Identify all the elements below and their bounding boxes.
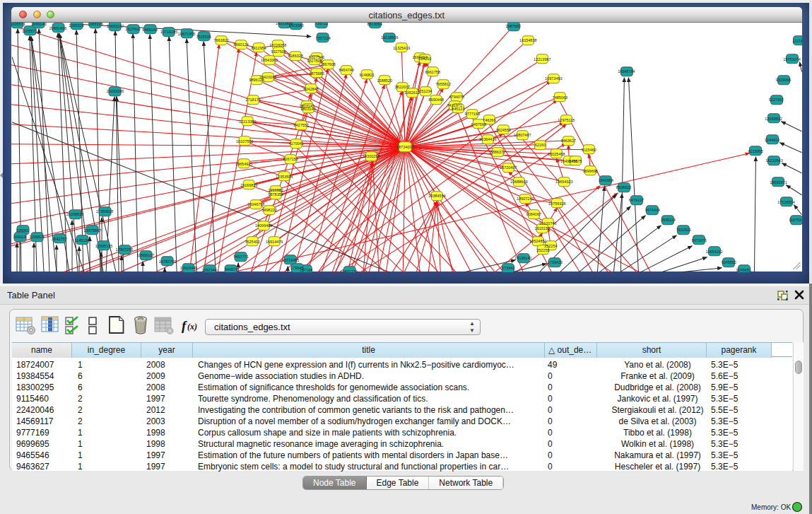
svg-text:1005571: 1005571 — [11, 23, 25, 26]
svg-text:173645: 173645 — [290, 265, 303, 269]
svg-text:3875685: 3875685 — [309, 71, 324, 75]
svg-text:10671355: 10671355 — [178, 31, 195, 35]
svg-text:19218506: 19218506 — [381, 35, 398, 39]
svg-text:1117353: 1117353 — [792, 38, 802, 42]
svg-text:20206526: 20206526 — [66, 211, 83, 216]
svg-text:7955812: 7955812 — [436, 81, 451, 86]
svg-text:1603380: 1603380 — [288, 23, 303, 27]
svg-text:1156829: 1156829 — [30, 234, 45, 238]
svg-text:9227342: 9227342 — [769, 97, 784, 101]
svg-text:17957255: 17957255 — [116, 247, 133, 251]
svg-text:20364436: 20364436 — [479, 136, 496, 141]
svg-text:16782759: 16782759 — [159, 259, 176, 263]
svg-text:17016504: 17016504 — [777, 199, 794, 204]
svg-text:10120746: 10120746 — [539, 221, 556, 225]
svg-text:19166829: 19166829 — [240, 182, 257, 187]
svg-text:1640954: 1640954 — [599, 177, 613, 182]
svg-text:9329966: 9329966 — [776, 77, 791, 81]
svg-text:1733426: 1733426 — [548, 259, 563, 264]
svg-text:14099489: 14099489 — [255, 223, 272, 227]
svg-text:15716485: 15716485 — [282, 257, 299, 262]
svg-text:1615152: 1615152 — [535, 226, 550, 230]
svg-text:9327506: 9327506 — [271, 49, 286, 53]
svg-text:1145194: 1145194 — [75, 238, 90, 242]
svg-text:1362612: 1362612 — [405, 90, 420, 94]
svg-text:1005571: 1005571 — [22, 28, 37, 33]
svg-text:9699695: 9699695 — [583, 168, 598, 173]
svg-text:9084067: 9084067 — [526, 211, 541, 216]
svg-text:(x): (x) — [187, 322, 197, 332]
svg-text:2987682: 2987682 — [506, 23, 521, 28]
svg-text:18907249: 18907249 — [517, 196, 534, 200]
svg-text:8660124: 8660124 — [233, 42, 248, 46]
svg-text:12093822: 12093822 — [765, 116, 782, 120]
svg-text:10654112: 10654112 — [705, 249, 722, 253]
svg-text:9115460: 9115460 — [582, 147, 596, 151]
svg-text:15720407: 15720407 — [500, 165, 517, 169]
svg-text:7632621: 7632621 — [676, 227, 691, 231]
svg-text:7663822: 7663822 — [213, 37, 228, 42]
svg-text:9431234: 9431234 — [343, 269, 358, 271]
svg-text:2867608: 2867608 — [320, 62, 335, 66]
svg-text:4170041: 4170041 — [288, 141, 303, 145]
svg-text:3624554: 3624554 — [496, 127, 511, 132]
svg-text:16154838: 16154838 — [519, 37, 536, 42]
svg-text:1065326: 1065326 — [88, 23, 102, 26]
svg-text:16524851: 16524851 — [529, 238, 546, 243]
svg-text:1588520: 1588520 — [377, 78, 392, 82]
svg-text:8267150: 8267150 — [283, 156, 298, 160]
svg-text:23975867: 23975867 — [84, 228, 101, 232]
svg-text:19654925: 19654925 — [235, 161, 252, 165]
svg-text:5498222: 5498222 — [261, 207, 276, 211]
svg-text:10688609: 10688609 — [510, 179, 527, 183]
svg-text:8938923: 8938923 — [616, 185, 631, 189]
svg-text:2935114: 2935114 — [661, 217, 676, 221]
svg-text:8471676: 8471676 — [692, 238, 707, 242]
svg-text:845123: 845123 — [452, 106, 464, 110]
svg-text:10756928: 10756928 — [548, 201, 565, 205]
svg-text:f: f — [182, 318, 187, 333]
svg-text:10107552: 10107552 — [236, 139, 253, 143]
svg-text:7357224: 7357224 — [315, 35, 330, 40]
svg-text:7485063: 7485063 — [553, 95, 567, 99]
svg-text:15751074: 15751074 — [783, 57, 800, 61]
svg-text:14136141: 14136141 — [514, 255, 531, 259]
svg-text:12213389: 12213389 — [239, 119, 256, 123]
svg-text:6466160: 6466160 — [142, 27, 157, 31]
svg-text:10807487: 10807487 — [514, 132, 531, 136]
svg-text:339119: 339119 — [13, 234, 26, 238]
svg-text:335061: 335061 — [16, 228, 29, 232]
svg-text:7515526: 7515526 — [196, 34, 211, 38]
svg-text:1065326: 1065326 — [69, 23, 83, 27]
svg-text:2069140: 2069140 — [31, 23, 46, 26]
svg-text:16914479: 16914479 — [266, 239, 283, 243]
svg-text:62160: 62160 — [535, 142, 546, 146]
svg-text:649575: 649575 — [569, 158, 582, 163]
svg-text:2718176: 2718176 — [245, 97, 260, 101]
svg-text:9146821: 9146821 — [360, 72, 375, 76]
svg-text:1167533: 1167533 — [789, 217, 802, 221]
svg-text:3822037: 3822037 — [395, 84, 410, 88]
svg-text:7625402: 7625402 — [245, 239, 259, 243]
svg-text:9896123: 9896123 — [249, 77, 264, 81]
svg-text:8215955: 8215955 — [748, 148, 763, 153]
svg-text:18300295: 18300295 — [363, 153, 379, 158]
svg-text:16543362: 16543362 — [261, 57, 278, 62]
svg-text:173342: 173342 — [502, 265, 514, 269]
svg-text:16046798: 16046798 — [247, 201, 264, 206]
svg-text:8454749: 8454749 — [339, 67, 354, 71]
svg-text:5878352: 5878352 — [268, 192, 283, 196]
svg-text:20053346: 20053346 — [107, 88, 124, 93]
svg-text:8912954: 8912954 — [251, 45, 266, 49]
svg-text:9242848: 9242848 — [303, 86, 318, 90]
svg-text:12213967: 12213967 — [534, 57, 551, 61]
svg-text:9474444: 9474444 — [645, 207, 660, 211]
svg-text:8990448: 8990448 — [429, 97, 444, 101]
svg-text:9457771: 9457771 — [233, 254, 248, 258]
svg-text:6794078: 6794078 — [449, 94, 464, 98]
svg-text:2942757: 2942757 — [52, 236, 66, 240]
svg-text:20691406: 20691406 — [49, 25, 66, 30]
svg-text:9245652: 9245652 — [722, 259, 736, 264]
svg-text:1527602: 1527602 — [125, 26, 140, 30]
svg-text:10958107: 10958107 — [137, 252, 154, 257]
